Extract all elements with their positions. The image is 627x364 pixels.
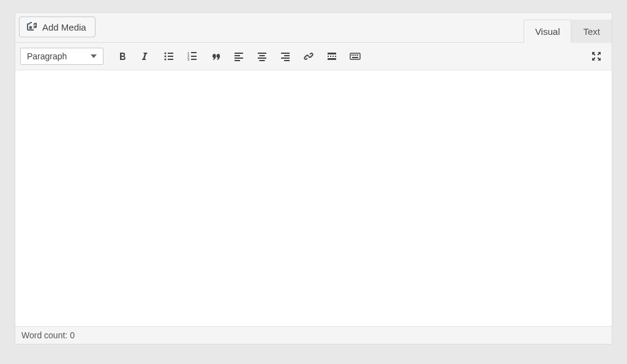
align-left-icon xyxy=(233,50,245,62)
toolbar-left-group: Paragraph 123 xyxy=(20,46,366,66)
svg-rect-3 xyxy=(168,56,173,57)
svg-rect-31 xyxy=(351,54,353,56)
word-count-value: 0 xyxy=(70,330,75,340)
svg-rect-23 xyxy=(284,60,290,61)
svg-rect-20 xyxy=(281,53,290,54)
status-bar: Word count: 0 xyxy=(15,326,612,344)
add-media-button[interactable]: Add Media xyxy=(19,17,96,37)
svg-rect-19 xyxy=(260,60,265,61)
ol-icon: 123 xyxy=(186,50,198,62)
italic-button[interactable] xyxy=(135,46,156,66)
svg-rect-5 xyxy=(168,59,173,60)
svg-rect-24 xyxy=(328,53,336,54)
svg-rect-9 xyxy=(191,56,197,57)
read-more-icon xyxy=(326,50,338,62)
editor-top-row: Add Media Visual Text xyxy=(15,13,612,42)
svg-rect-18 xyxy=(258,58,266,59)
editor-content-area[interactable] xyxy=(15,70,612,326)
editor-toolbar: Paragraph 123 xyxy=(15,42,612,70)
bulleted-list-button[interactable] xyxy=(159,46,179,66)
toolbar-toggle-button[interactable] xyxy=(345,46,366,66)
bold-icon xyxy=(116,50,129,62)
align-center-icon xyxy=(256,50,268,62)
tab-visual[interactable]: Visual xyxy=(524,20,572,43)
svg-rect-12 xyxy=(235,53,243,54)
editor-container: Add Media Visual Text Paragraph 123 xyxy=(15,12,612,344)
align-right-button[interactable] xyxy=(275,46,296,66)
add-media-label: Add Media xyxy=(42,22,86,32)
svg-point-0 xyxy=(164,52,166,54)
svg-rect-35 xyxy=(352,57,358,58)
svg-rect-16 xyxy=(258,53,266,54)
svg-rect-28 xyxy=(335,56,336,57)
format-select[interactable]: Paragraph xyxy=(20,48,103,65)
svg-rect-26 xyxy=(330,56,331,57)
link-button[interactable] xyxy=(298,46,319,66)
svg-rect-32 xyxy=(353,54,355,56)
chevron-down-icon xyxy=(91,54,97,58)
camera-music-icon xyxy=(26,21,38,33)
align-left-button[interactable] xyxy=(228,46,249,66)
svg-rect-17 xyxy=(260,55,265,56)
svg-rect-11 xyxy=(191,59,197,60)
svg-point-4 xyxy=(164,58,166,60)
svg-rect-14 xyxy=(235,58,243,59)
svg-rect-21 xyxy=(284,55,290,56)
svg-rect-13 xyxy=(235,55,240,56)
italic-icon xyxy=(140,50,152,62)
svg-rect-25 xyxy=(328,56,329,57)
bold-button[interactable] xyxy=(112,46,133,66)
word-count-label: Word count: xyxy=(21,330,67,340)
svg-rect-22 xyxy=(281,58,290,59)
numbered-list-button[interactable]: 123 xyxy=(182,46,203,66)
svg-rect-30 xyxy=(350,53,360,59)
svg-rect-15 xyxy=(235,60,240,61)
svg-rect-7 xyxy=(191,52,197,53)
fullscreen-icon xyxy=(590,50,603,62)
svg-rect-34 xyxy=(357,54,358,56)
svg-rect-29 xyxy=(328,58,336,60)
tab-text[interactable]: Text xyxy=(571,20,612,43)
svg-rect-33 xyxy=(355,54,356,56)
quote-icon xyxy=(209,50,222,62)
fullscreen-button[interactable] xyxy=(586,46,607,66)
svg-rect-1 xyxy=(168,53,173,54)
editor-mode-tabs: Visual Text xyxy=(524,19,612,42)
read-more-button[interactable] xyxy=(321,46,342,66)
align-center-button[interactable] xyxy=(252,46,272,66)
svg-point-2 xyxy=(164,55,166,57)
align-right-icon xyxy=(279,50,291,62)
svg-rect-27 xyxy=(332,56,334,57)
keyboard-icon xyxy=(349,50,361,62)
svg-text:3: 3 xyxy=(187,58,190,61)
ul-icon xyxy=(163,50,175,62)
format-select-label: Paragraph xyxy=(27,51,67,61)
link-icon xyxy=(302,50,315,62)
blockquote-button[interactable] xyxy=(205,46,226,66)
